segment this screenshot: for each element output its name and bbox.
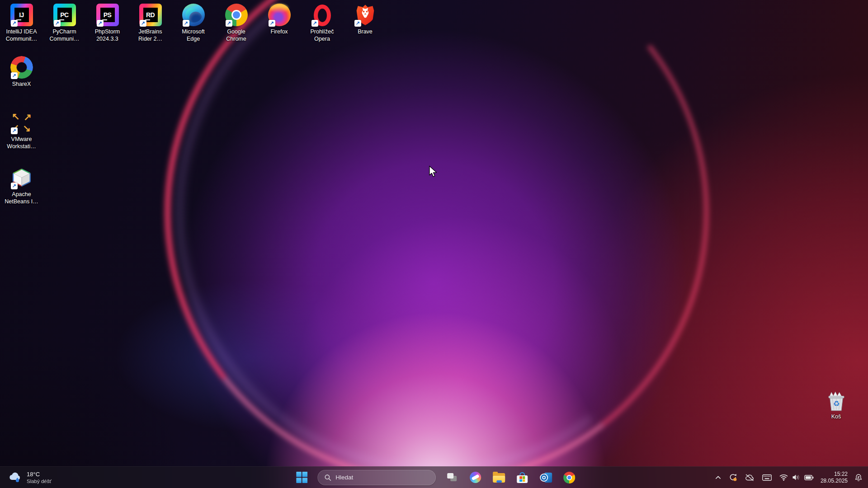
shortcut-arrow-icon: ↗ xyxy=(354,20,361,27)
google-chrome-icon xyxy=(563,472,575,483)
task-view-icon xyxy=(446,472,458,483)
shortcut-arrow-icon: ↗ xyxy=(269,20,275,27)
sync-arrows-icon xyxy=(729,474,737,481)
onedrive-offline-tray-icon[interactable] xyxy=(744,472,755,483)
desktop-icon-label: ProhlížečOpera xyxy=(310,28,334,42)
copilot-button[interactable] xyxy=(465,468,486,488)
cloud-offline-icon xyxy=(745,474,755,481)
recycle-bin-icon: ♻ xyxy=(826,391,846,412)
desktop-icon-brave[interactable]: ↗ Brave xyxy=(344,3,387,35)
file-explorer-button[interactable] xyxy=(488,468,509,488)
desktop-icon-pycharm[interactable]: PC ↗ PyCharmCommuni… xyxy=(43,3,86,42)
desktop-icon-label: MicrosoftEdge xyxy=(182,28,205,42)
desktop-icon-label: Firefox xyxy=(270,28,288,35)
windows-logo-icon xyxy=(296,472,307,483)
desktop-icon-jetbrains-rider[interactable]: RD ↗ JetBrainsRider 2… xyxy=(129,3,172,42)
clock[interactable]: 15:22 28.05.2025 xyxy=(821,471,848,484)
chevron-up-icon xyxy=(715,475,721,479)
copilot-icon xyxy=(470,472,481,483)
desktop-icon-intellij-idea[interactable]: IJ ↗ IntelliJ IDEACommunit… xyxy=(0,3,43,42)
touch-keyboard-tray-icon[interactable] xyxy=(761,473,773,483)
tray-date: 28.05.2025 xyxy=(821,478,848,484)
microsoft-store-icon xyxy=(517,472,528,483)
taskbar: 18°C Slabý déšť Hledat xyxy=(0,466,868,488)
shortcut-arrow-icon: ↗ xyxy=(226,20,232,27)
hidden-icons-chevron[interactable] xyxy=(714,474,722,481)
desktop-icon-microsoft-edge[interactable]: ↗ MicrosoftEdge xyxy=(172,3,215,42)
desktop-icon-recycle-bin[interactable]: ♻ Koš xyxy=(815,390,858,420)
shortcut-arrow-icon: ↗ xyxy=(11,72,18,79)
desktop-icon-label: PhpStorm2024.3.3 xyxy=(95,28,120,42)
desktop-icon-label: Brave xyxy=(358,28,373,35)
shortcut-arrow-icon: ↗ xyxy=(54,20,61,27)
volume-icon xyxy=(792,474,800,481)
desktop-icon-vmware-workstation[interactable]: ↗↗ ↗↗ ↗ VMwareWorkstati… xyxy=(0,110,43,150)
shortcut-arrow-icon: ↗ xyxy=(11,127,18,134)
shortcut-arrow-icon: ↗ xyxy=(183,20,189,27)
shortcut-arrow-icon: ↗ xyxy=(11,20,18,27)
start-button[interactable] xyxy=(291,468,312,488)
desktop-icon-opera[interactable]: ↗ ProhlížečOpera xyxy=(301,3,344,42)
search-placeholder: Hledat xyxy=(335,474,353,481)
keyboard-icon xyxy=(762,474,772,481)
desktop-icon-apache-netbeans[interactable]: ↗ ApacheNetBeans I… xyxy=(0,165,43,205)
do-not-disturb-bell-icon xyxy=(854,474,863,482)
quick-settings[interactable] xyxy=(778,472,815,483)
desktop-icon-google-chrome[interactable]: ↗ GoogleChrome xyxy=(215,3,258,42)
weather-temperature: 18°C xyxy=(27,471,40,478)
shortcut-arrow-icon: ↗ xyxy=(140,20,146,27)
notification-center-button[interactable] xyxy=(854,472,863,483)
desktop-icon-phpstorm[interactable]: PS ↗ PhpStorm2024.3.3 xyxy=(86,3,129,42)
outlook-button[interactable] xyxy=(535,468,556,488)
chrome-button[interactable] xyxy=(559,468,580,488)
task-view-button[interactable] xyxy=(441,468,462,488)
desktop-icon-grid: IJ ↗ IntelliJ IDEACommunit… PC ↗ PyCharm… xyxy=(0,0,868,488)
desktop-icon-label: GoogleChrome xyxy=(226,28,246,42)
weather-text: 18°C Slabý déšť xyxy=(27,471,52,484)
search-icon xyxy=(324,474,331,481)
desktop-icon-label: ShareX xyxy=(12,80,31,88)
svg-text:♻: ♻ xyxy=(833,399,840,408)
desktop-icon-sharex[interactable]: ↗ ShareX xyxy=(0,55,43,88)
weather-widget[interactable]: 18°C Slabý déšť xyxy=(4,467,56,488)
microsoft-store-button[interactable] xyxy=(512,468,533,488)
desktop-icon-label: PyCharmCommuni… xyxy=(50,28,80,42)
shortcut-arrow-icon: ↗ xyxy=(11,183,18,189)
outlook-icon xyxy=(540,472,552,483)
sync-pending-tray-icon[interactable] xyxy=(728,472,738,483)
desktop-icon-label: IntelliJ IDEACommunit… xyxy=(6,28,37,42)
rain-cloud-icon xyxy=(8,472,23,483)
desktop-icon-label: JetBrainsRider 2… xyxy=(138,28,162,42)
weather-condition: Slabý déšť xyxy=(27,478,52,484)
system-tray: 15:22 28.05.2025 xyxy=(714,467,863,488)
desktop-icon-label: ApacheNetBeans I… xyxy=(5,191,38,205)
shortcut-arrow-icon: ↗ xyxy=(97,20,104,27)
battery-icon xyxy=(804,475,814,480)
wifi-icon xyxy=(779,474,788,481)
desktop-icon-firefox[interactable]: ↗ Firefox xyxy=(258,3,301,35)
file-explorer-icon xyxy=(493,472,505,483)
desktop-icon-label: Koš xyxy=(831,413,841,420)
shortcut-arrow-icon: ↗ xyxy=(311,20,318,27)
taskbar-center: Hledat xyxy=(291,467,580,488)
tray-time: 15:22 xyxy=(821,471,848,478)
taskbar-search-box[interactable]: Hledat xyxy=(317,470,436,485)
desktop-icon-label: VMwareWorkstati… xyxy=(7,136,36,150)
mouse-cursor xyxy=(429,165,438,178)
